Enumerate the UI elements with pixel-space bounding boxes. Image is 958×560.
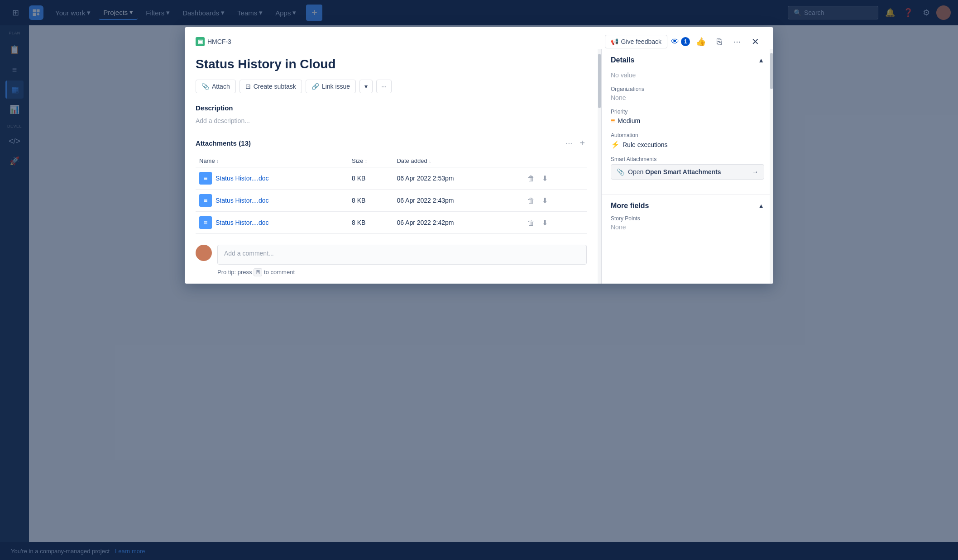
attachment-date: 06 Apr 2022 2:53pm [393,167,521,190]
attachment-name-cell: ≡ Status Histor....doc [199,172,345,185]
modal-actions-group: 📢 Give feedback 👁 1 👍 ⎘ ··· ✕ [605,34,763,49]
delete-attachment-button[interactable]: 🗑 [525,196,537,206]
open-smart-attachments-button[interactable]: 📎 Open Open Smart Attachments → [611,164,764,180]
delete-attachment-button[interactable]: 🗑 [525,174,537,184]
sort-desc-icon: ↓ [429,159,431,164]
attachments-actions: ··· + [564,137,587,149]
table-row: ≡ Status Histor....doc 8 KB 06 Apr 2022 … [196,212,587,234]
issue-id: HMCF-3 [207,38,231,45]
description-field[interactable]: Add a description... [196,115,587,126]
modal-header: ▣ HMCF-3 📢 Give feedback 👁 1 👍 ⎘ ··· ✕ [185,27,773,49]
issue-type-icon: ▣ [196,37,205,46]
download-attachment-button[interactable]: ⬇ [539,173,551,184]
smart-attachments-field: Smart Attachments 📎 Open Open Smart Atta… [611,156,764,180]
organizations-field: Organizations None [611,86,764,101]
col-size: Size ↕ [348,155,393,167]
create-subtask-button[interactable]: ⊡ Create subtask [240,80,302,93]
attachment-name[interactable]: Status Histor....doc [216,219,269,226]
watch-count: 1 [681,37,690,46]
doc-icon: ≡ [199,172,212,185]
doc-icon: ≡ [199,216,212,229]
story-points-value: None [611,223,764,231]
attachment-date: 06 Apr 2022 2:42pm [393,212,521,234]
col-date: Date added ↓ [393,155,521,167]
delete-attachment-button[interactable]: 🗑 [525,218,537,228]
lightning-icon: ⚡ [611,140,620,149]
share-button[interactable]: ⎘ [712,34,726,49]
table-row: ≡ Status Histor....doc 8 KB 06 Apr 2022 … [196,190,587,212]
attachment-size: 8 KB [348,212,393,234]
automation-label: Automation [611,132,764,138]
sort-icon: ↕ [216,159,219,164]
details-collapse-button[interactable]: ▲ [758,57,764,64]
left-scrollbar[interactable] [598,49,601,284]
subtask-icon: ⊡ [245,83,251,90]
sort-icon: ↕ [365,159,367,164]
more-fields-title: More fields [611,202,649,210]
comment-input[interactable]: Add a comment... [217,245,587,265]
priority-value[interactable]: ≡ Medium [611,117,764,125]
more-toolbar-dropdown[interactable]: ▾ [359,80,373,93]
link-icon: 🔗 [311,83,319,90]
right-scrollbar[interactable] [770,49,773,284]
organizations-value: None [611,94,764,101]
organizations-label: Organizations [611,86,764,92]
attachments-table-header: Name ↕ Size ↕ Date added ↓ [196,155,587,167]
watch-button[interactable]: 👁 1 [671,37,690,47]
issue-toolbar: 📎 Attach ⊡ Create subtask 🔗 Link issue ▾… [196,80,587,93]
more-toolbar-options[interactable]: ··· [376,80,392,93]
attachment-name[interactable]: Status Histor....doc [216,197,269,204]
doc-icon: ≡ [199,194,212,207]
attach-button[interactable]: 📎 Attach [196,80,236,93]
description-section-title: Description [196,104,587,112]
like-button[interactable]: 👍 [694,34,708,49]
priority-field: Priority ≡ Medium [611,109,764,125]
attachment-size: 8 KB [348,190,393,212]
attachment-name[interactable]: Status Histor....doc [216,175,269,182]
attachment-name-cell: ≡ Status Histor....doc [199,194,345,207]
more-fields-collapse-button[interactable]: ▲ [758,202,764,209]
attachment-date: 06 Apr 2022 2:43pm [393,190,521,212]
table-row: ≡ Status Histor....doc 8 KB 06 Apr 2022 … [196,167,587,190]
attachment-name-cell: ≡ Status Histor....doc [199,216,345,229]
pro-tip: Pro tip: press M to comment [217,268,587,276]
user-avatar-comment [196,245,212,261]
watch-icon: 👁 [671,37,679,47]
comment-area: Add a comment... [196,245,587,265]
download-attachment-button[interactable]: ⬇ [539,218,551,228]
attachments-header: Attachments (13) ··· + [196,137,587,149]
details-section: Details ▲ No value Organizations None Pr… [602,49,773,195]
automation-field: Automation ⚡ Rule executions [611,132,764,149]
priority-icon: ≡ [611,117,615,125]
issue-id-row: ▣ HMCF-3 [196,37,231,46]
col-actions [521,155,587,167]
more-options-button[interactable]: ··· [730,34,744,49]
attachment-size: 8 KB [348,167,393,190]
automation-value[interactable]: ⚡ Rule executions [611,140,764,149]
smart-att-left: 📎 Open Open Smart Attachments [617,168,721,176]
give-feedback-button[interactable]: 📢 Give feedback [605,35,668,48]
attachments-more-button[interactable]: ··· [564,138,574,149]
paperclip-icon: 📎 [201,83,209,90]
link-issue-button[interactable]: 🔗 Link issue [306,80,356,93]
modal-overlay: ▣ HMCF-3 📢 Give feedback 👁 1 👍 ⎘ ··· ✕ [0,0,958,560]
more-fields-section: More fields ▲ Story Points None [602,195,773,245]
feedback-icon: 📢 [611,38,618,45]
no-value-field: No value [611,71,764,79]
keyboard-key-m: M [254,268,262,276]
issue-title: Status History in Cloud [196,56,587,72]
attachments-title: Attachments (13) [196,139,251,147]
close-button[interactable]: ✕ [748,34,762,49]
modal-right-panel: Details ▲ No value Organizations None Pr… [601,49,773,284]
smart-attachments-label: Smart Attachments [611,156,764,162]
attachments-table: Name ↕ Size ↕ Date added ↓ [196,155,587,234]
attachments-count: (13) [239,139,251,147]
more-fields-header: More fields ▲ [611,202,764,210]
issue-modal: ▣ HMCF-3 📢 Give feedback 👁 1 👍 ⎘ ··· ✕ [185,27,773,284]
arrow-right-icon: → [752,168,758,176]
paperclip-icon: 📎 [617,168,624,176]
attachments-add-button[interactable]: + [578,137,587,149]
download-attachment-button[interactable]: ⬇ [539,195,551,206]
priority-label: Priority [611,109,764,115]
details-title: Details [611,56,634,64]
